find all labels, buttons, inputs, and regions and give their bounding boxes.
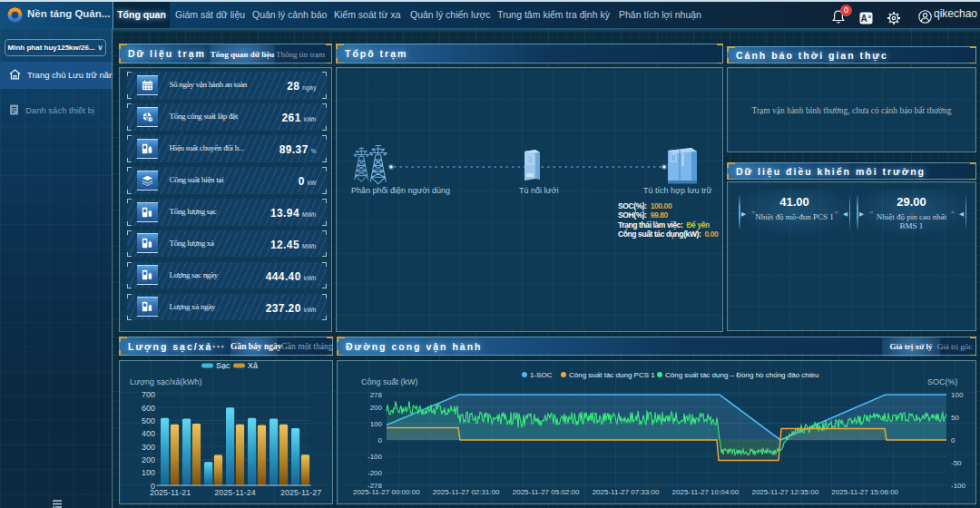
svg-text:Công suất tác dụng PCS 1: Công suất tác dụng PCS 1 <box>569 371 655 379</box>
svg-text:-100: -100 <box>951 482 966 490</box>
svg-text:600: 600 <box>142 404 155 413</box>
svg-text:100: 100 <box>951 391 964 399</box>
svg-text:100: 100 <box>370 420 383 428</box>
svg-text:700: 700 <box>142 390 155 399</box>
svg-text:400: 400 <box>142 429 155 438</box>
svg-text:100: 100 <box>142 468 155 477</box>
svg-text:278: 278 <box>370 391 383 399</box>
svg-text:2025-11-27: 2025-11-27 <box>280 488 321 497</box>
svg-text:50: 50 <box>951 414 959 422</box>
svg-text:SOC(%): SOC(%) <box>927 377 958 386</box>
svg-text:Lượng sạc/xả(kWh): Lượng sạc/xả(kWh) <box>130 377 201 386</box>
svg-text:A: A <box>860 14 867 24</box>
svg-text:2025-11-27 12:35:00: 2025-11-27 12:35:00 <box>751 488 818 496</box>
svg-text:2025-11-21: 2025-11-21 <box>150 488 191 497</box>
svg-text:Xả: Xả <box>248 361 258 370</box>
svg-text:200: 200 <box>142 455 155 464</box>
svg-text:300: 300 <box>142 443 155 452</box>
svg-text:2025-11-27 15:06:00: 2025-11-27 15:06:00 <box>831 488 898 496</box>
svg-text:2025-11-27 05:02:00: 2025-11-27 05:02:00 <box>513 488 580 496</box>
svg-text:2025-11-24: 2025-11-24 <box>214 488 255 497</box>
svg-text:1-SOC: 1-SOC <box>530 371 553 379</box>
svg-text:2025-11-27 02:31:00: 2025-11-27 02:31:00 <box>433 488 500 496</box>
svg-text:-200: -200 <box>368 469 383 477</box>
svg-text:0: 0 <box>951 436 956 444</box>
svg-text:-50: -50 <box>951 459 962 467</box>
svg-text:2025-11-27 00:00:00: 2025-11-27 00:00:00 <box>353 488 420 496</box>
svg-text:2025-11-27 07:33:00: 2025-11-27 07:33:00 <box>593 488 660 496</box>
svg-text:Công suất tác dụng – Đồng hồ c: Công suất tác dụng – Đồng hồ chống đảo c… <box>665 371 818 379</box>
svg-text:-100: -100 <box>368 453 383 461</box>
svg-text:500: 500 <box>142 416 155 425</box>
svg-text:0: 0 <box>378 436 383 444</box>
svg-text:Công suất (kW): Công suất (kW) <box>361 377 418 386</box>
svg-text:2025-11-27 10:04:00: 2025-11-27 10:04:00 <box>672 488 740 496</box>
svg-text:200: 200 <box>370 404 383 412</box>
svg-text:Sạc: Sạc <box>216 361 230 370</box>
